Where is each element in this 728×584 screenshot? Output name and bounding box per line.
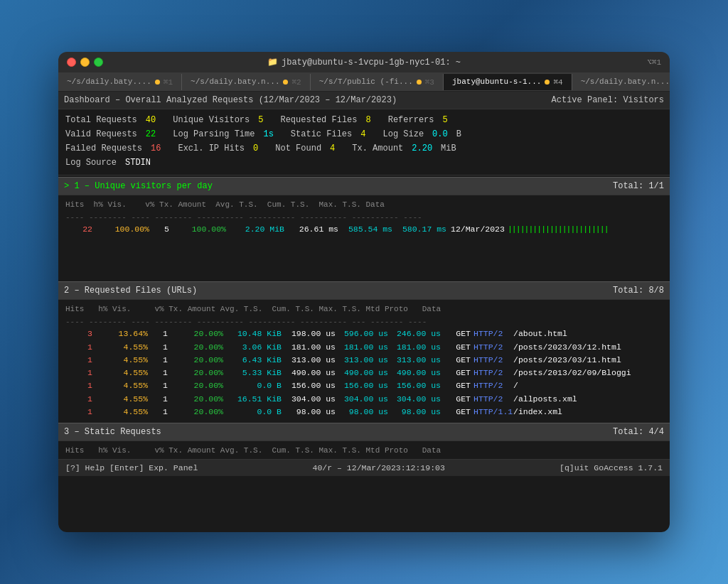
- s2r2-hpct: 4.55%: [92, 341, 148, 353]
- spacer-1: [58, 237, 670, 280]
- stats-row-1: Total Requests 40 Unique Visitors 5 Requ…: [65, 114, 663, 126]
- s2r2-hits: 1: [65, 341, 92, 353]
- referrers-val: 5: [443, 114, 448, 126]
- not-found-label: Not Found: [275, 142, 321, 155]
- maximize-button[interactable]: [94, 58, 103, 67]
- section3-title: 3 – Static Requests: [64, 426, 161, 438]
- s1r1-vis: 5: [149, 223, 169, 235]
- s2r6-cum: 304.00 us: [336, 393, 388, 405]
- tabs-bar: ~/s/daily.baty.... ⌘1 ~/s/daily.baty.n..…: [58, 72, 670, 92]
- s2r5-proto: HTTP/2: [473, 379, 513, 391]
- s1r1-vpct: 100.00%: [169, 223, 226, 235]
- s2r5-avg: 156.00 us: [282, 379, 336, 391]
- s2r2-vpct: 20.00%: [168, 341, 223, 353]
- s2r1-tx: 10.48 KiB: [223, 328, 282, 340]
- section2-col-headers: Hits h% Vis. v% Tx. Amount Avg. T.S. Cum…: [65, 301, 663, 316]
- tab-2-dot: [283, 80, 288, 85]
- tab-2-label: ~/s/daily.baty.n...: [191, 77, 279, 86]
- failed-requests-label: Failed Requests: [65, 142, 142, 155]
- s2r5-max: 156.00 us: [388, 379, 441, 391]
- tab-3-dot: [417, 80, 422, 85]
- minimize-button[interactable]: [80, 58, 90, 67]
- section2-row-2: 1 4.55% 1 20.00% 3.06 KiB 181.00 us 181.…: [65, 341, 663, 353]
- terminal-content: Dashboard – Overall Analyzed Requests (1…: [58, 92, 670, 532]
- unique-visitors-val: 5: [258, 114, 263, 126]
- s2r2-max: 181.00 us: [388, 341, 441, 353]
- s1r1-hpct: 100.00%: [92, 223, 149, 235]
- s2r7-avg: 98.00 us: [282, 406, 336, 418]
- s2r7-max: 98.00 us: [388, 406, 441, 418]
- log-size-val: 0.0: [432, 128, 448, 141]
- s1r1-tx: 2.20 MiB: [226, 223, 284, 235]
- section2-row-4: 1 4.55% 1 20.00% 5.33 KiB 490.00 us 490.…: [65, 367, 663, 379]
- s2r6-proto: HTTP/2: [473, 393, 513, 405]
- s2r3-avg: 313.00 us: [282, 354, 336, 366]
- section2-header: 2 – Requested Files (URLs) Total: 8/8: [58, 281, 670, 300]
- stats-row-2: Valid Requests 22 Log Parsing Time 1s St…: [65, 128, 663, 141]
- section2-row-1: 3 13.64% 1 20.00% 10.48 KiB 198.00 us 59…: [65, 328, 663, 340]
- s2r1-avg: 198.00 us: [282, 328, 336, 340]
- unique-visitors-label: Unique Visitors: [173, 114, 250, 126]
- log-parsing-val: 1s: [263, 128, 273, 141]
- tab-3-shortcut: ⌘3: [425, 77, 434, 87]
- s2r6-vis: 1: [148, 393, 168, 405]
- s2r1-hits: 3: [65, 328, 92, 340]
- s2r4-vis: 1: [148, 367, 168, 379]
- s2r7-hits: 1: [65, 406, 92, 418]
- status-right: [q]uit GoAccess 1.7.1: [560, 462, 663, 474]
- status-center: 40/r – 12/Mar/2023:12:19:03: [313, 462, 445, 474]
- s2r6-max: 304.00 us: [388, 393, 441, 405]
- s2r2-avg: 181.00 us: [282, 341, 336, 353]
- s2r1-max: 246.00 us: [388, 328, 441, 340]
- s2r5-vpct: 20.00%: [168, 379, 223, 391]
- window-title: 📁 jbaty@ubuntu-s-1vcpu-1gb-nyc1-01: ~: [267, 57, 461, 67]
- referrers-label: Referrers: [388, 114, 434, 126]
- s2r3-vpct: 20.00%: [168, 354, 223, 366]
- section2-table: Hits h% Vis. v% Tx. Amount Avg. T.S. Cum…: [58, 300, 670, 420]
- s2r5-mtd: GET: [444, 379, 471, 391]
- tab-3[interactable]: ~/s/T/public (-fi... ⌘3: [311, 74, 444, 90]
- total-requests-val: 40: [146, 114, 156, 126]
- log-parsing-label: Log Parsing Time: [173, 128, 255, 141]
- section1-row-1: 22 100.00% 5 100.00% 2.20 MiB 26.61 ms 5…: [65, 223, 663, 235]
- s2r2-vis: 1: [148, 341, 168, 353]
- s2r3-mtd: GET: [444, 354, 471, 366]
- s2r2-tx: 3.06 KiB: [223, 341, 282, 353]
- s2r1-vis: 1: [148, 328, 168, 340]
- close-button[interactable]: [67, 58, 76, 67]
- log-source-val: STDIN: [125, 156, 151, 169]
- s2r1-proto: HTTP/2: [473, 328, 513, 340]
- tab-5[interactable]: ~/s/daily.baty.n... ⌘5: [572, 74, 670, 90]
- s2r7-hpct: 4.55%: [92, 406, 148, 418]
- s1r1-cum: 585.54 ms: [338, 223, 392, 235]
- s2r4-data: /posts/2013/02/09/Bloggi: [513, 367, 631, 379]
- tab-2[interactable]: ~/s/daily.baty.n... ⌘2: [182, 74, 311, 90]
- s2r2-cum: 181.00 us: [336, 341, 388, 353]
- section3-table: Hits h% Vis. v% Tx. Amount Avg. T.S. Cum…: [58, 441, 670, 459]
- section2-total: Total: 8/8: [613, 284, 664, 297]
- s2r7-cum: 98.00 us: [336, 406, 388, 418]
- s2r1-data: /about.html: [513, 328, 567, 340]
- s2r5-hits: 1: [65, 379, 92, 391]
- failed-requests-val: 16: [151, 142, 161, 155]
- s2r3-hpct: 4.55%: [92, 354, 148, 366]
- s2r1-mtd: GET: [444, 328, 471, 340]
- tab-1[interactable]: ~/s/daily.baty.... ⌘1: [58, 74, 182, 90]
- section1-table: Hits h% Vis. v% Tx. Amount Avg. T.S. Cum…: [58, 195, 670, 237]
- tab-1-label: ~/s/daily.baty....: [67, 77, 151, 86]
- valid-requests-label: Valid Requests: [65, 128, 137, 141]
- s2r6-mtd: GET: [444, 393, 471, 405]
- dashboard-title: Dashboard – Overall Analyzed Requests (1…: [64, 94, 397, 107]
- s2r4-tx: 5.33 KiB: [223, 367, 282, 379]
- requested-files-label: Requested Files: [280, 114, 357, 126]
- s2r1-cum: 596.00 us: [336, 328, 388, 340]
- status-bar: [?] Help [Enter] Exp. Panel 40/r – 12/Ma…: [58, 459, 670, 476]
- tab-4[interactable]: jbaty@ubuntu-s-1... ⌘4: [444, 74, 572, 90]
- traffic-lights: [67, 58, 103, 67]
- s2r4-hits: 1: [65, 367, 92, 379]
- folder-icon: 📁: [267, 57, 278, 67]
- s2r6-hits: 1: [65, 393, 92, 405]
- tab-1-shortcut: ⌘1: [164, 77, 173, 87]
- section1-total: Total: 1/1: [613, 180, 664, 193]
- section2-row-5: 1 4.55% 1 20.00% 0.0 B 156.00 us 156.00 …: [65, 379, 663, 391]
